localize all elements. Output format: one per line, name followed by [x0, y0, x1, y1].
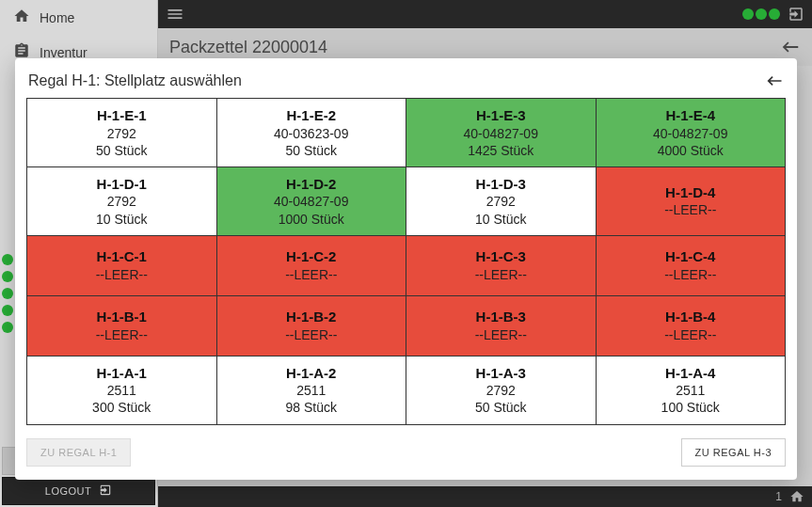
slot-article: 40-04827-09 — [653, 125, 727, 142]
slot-article: --LEER-- — [664, 266, 716, 283]
next-shelf-label: ZU REGAL H-3 — [695, 447, 772, 458]
slot-cell[interactable]: H-1-E-440-04827-094000 Stück — [596, 99, 786, 166]
slot-article: --LEER-- — [96, 326, 148, 343]
slot-name: H-1-B-4 — [665, 308, 715, 326]
slot-article: 2511 — [676, 382, 705, 399]
slot-qty: 10 Stück — [475, 211, 526, 228]
slot-cell[interactable]: H-1-D-240-04827-091000 Stück — [216, 166, 406, 235]
slot-cell[interactable]: H-1-B-4--LEER-- — [596, 295, 786, 356]
slot-cell[interactable]: H-1-A-2251198 Stück — [216, 356, 406, 424]
slot-cell[interactable]: H-1-A-3279250 Stück — [406, 356, 596, 424]
slot-article: --LEER-- — [96, 266, 148, 283]
slot-article: --LEER-- — [285, 266, 337, 283]
slot-name: H-1-A-3 — [476, 364, 526, 383]
slot-name: H-1-E-1 — [97, 106, 147, 125]
slot-name: H-1-E-2 — [286, 106, 336, 125]
slot-article: 40-04827-09 — [274, 193, 348, 210]
slot-qty: 1000 Stück — [279, 211, 344, 228]
slot-article: 2792 — [107, 125, 136, 142]
slot-cell[interactable]: H-1-D-3279210 Stück — [406, 166, 596, 235]
slot-grid: H-1-E-1279250 StückH-1-E-240-03623-0950 … — [26, 98, 786, 425]
slot-cell[interactable]: H-1-C-3--LEER-- — [406, 235, 596, 295]
slot-select-modal: Regal H-1: Stellplatz auswählen H-1-E-12… — [15, 58, 797, 480]
slot-name: H-1-A-2 — [286, 364, 336, 383]
slot-qty: 1425 Stück — [468, 142, 533, 159]
slot-name: H-1-E-3 — [476, 106, 526, 125]
slot-qty: 10 Stück — [96, 211, 147, 228]
slot-qty: 100 Stück — [661, 399, 720, 416]
slot-name: H-1-B-2 — [286, 308, 336, 326]
slot-name: H-1-C-2 — [286, 247, 336, 266]
slot-article: 40-04827-09 — [464, 125, 538, 142]
slot-article: 2511 — [296, 382, 326, 399]
slot-article: --LEER-- — [285, 326, 337, 343]
slot-cell[interactable]: H-1-B-3--LEER-- — [406, 295, 596, 356]
slot-qty: 50 Stück — [475, 399, 526, 416]
slot-article: --LEER-- — [475, 326, 527, 343]
slot-qty: 98 Stück — [286, 399, 337, 416]
prev-shelf-label: ZU REGAL H-1 — [40, 447, 117, 458]
slot-cell[interactable]: H-1-A-42511100 Stück — [596, 356, 786, 424]
slot-article: 2792 — [486, 193, 516, 210]
slot-name: H-1-D-2 — [286, 175, 336, 194]
slot-cell[interactable]: H-1-C-4--LEER-- — [596, 235, 786, 295]
slot-qty: 50 Stück — [96, 142, 147, 159]
slot-name: H-1-C-4 — [665, 247, 715, 266]
slot-cell[interactable]: H-1-B-2--LEER-- — [216, 295, 406, 356]
slot-cell[interactable]: H-1-E-1279250 Stück — [27, 99, 216, 166]
slot-cell[interactable]: H-1-A-12511300 Stück — [27, 356, 216, 424]
slot-qty: 4000 Stück — [658, 142, 724, 159]
slot-qty: 300 Stück — [92, 399, 151, 416]
slot-article: 40-03623-09 — [274, 125, 348, 142]
slot-cell[interactable]: H-1-D-1279210 Stück — [27, 166, 216, 235]
prev-shelf-button: ZU REGAL H-1 — [26, 438, 131, 467]
slot-article: --LEER-- — [664, 326, 716, 343]
slot-article: --LEER-- — [475, 266, 527, 283]
slot-name: H-1-C-3 — [476, 247, 526, 266]
slot-name: H-1-B-1 — [97, 308, 147, 326]
slot-name: H-1-D-4 — [665, 183, 715, 202]
slot-qty: 50 Stück — [286, 142, 337, 159]
slot-article: 2792 — [486, 382, 516, 399]
slot-name: H-1-B-3 — [476, 308, 526, 326]
modal-title: Regal H-1: Stellplatz auswählen — [28, 72, 242, 89]
slot-article: 2511 — [107, 382, 136, 399]
slot-cell[interactable]: H-1-E-240-03623-0950 Stück — [216, 99, 406, 166]
slot-cell[interactable]: H-1-B-1--LEER-- — [27, 295, 216, 356]
slot-name: H-1-E-4 — [665, 106, 715, 125]
slot-article: --LEER-- — [664, 201, 716, 218]
slot-cell[interactable]: H-1-C-2--LEER-- — [216, 235, 406, 295]
slot-article: 2792 — [107, 193, 136, 210]
slot-cell[interactable]: H-1-E-340-04827-091425 Stück — [406, 99, 596, 166]
slot-name: H-1-D-3 — [476, 175, 526, 194]
slot-name: H-1-D-1 — [97, 175, 147, 194]
slot-name: H-1-A-4 — [665, 364, 715, 383]
slot-cell[interactable]: H-1-D-4--LEER-- — [596, 166, 786, 235]
slot-name: H-1-A-1 — [97, 364, 147, 383]
modal-back-button[interactable] — [765, 71, 784, 90]
next-shelf-button[interactable]: ZU REGAL H-3 — [681, 438, 786, 467]
slot-cell[interactable]: H-1-C-1--LEER-- — [27, 235, 216, 295]
slot-name: H-1-C-1 — [97, 247, 147, 266]
